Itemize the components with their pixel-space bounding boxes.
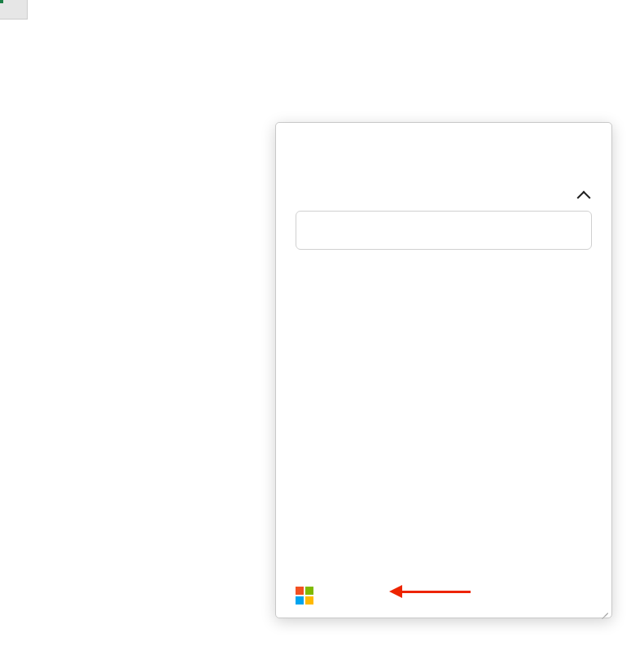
section-header[interactable] [296, 190, 592, 199]
data-type-card [275, 122, 612, 618]
select-all-corner[interactable] [0, 0, 28, 20]
quantity-price-box [296, 211, 592, 250]
resize-grip-icon[interactable] [600, 606, 608, 614]
microsoft-logo-icon [296, 587, 313, 605]
arrow-left-icon [389, 587, 471, 596]
chevron-up-icon [577, 190, 592, 199]
annotation-callout [389, 587, 477, 596]
